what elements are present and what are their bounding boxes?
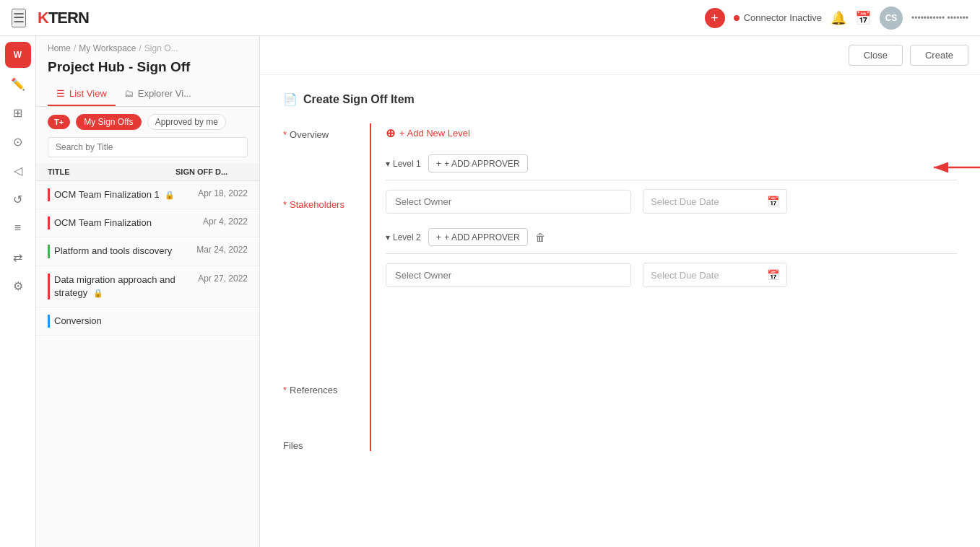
col-date: Sign Off D... <box>175 167 248 176</box>
level-2-date-wrapper[interactable]: Select Due Date 📅 <box>643 263 787 287</box>
form-title: 📄 Create Sign Off Item <box>283 92 957 106</box>
filter-my-signoffs[interactable]: My Sign Offs <box>76 114 141 130</box>
user-name: ••••••••••• ••••••• <box>911 13 968 23</box>
lock-icon: 🔒 <box>165 190 175 201</box>
filter-t-plus[interactable]: T+ <box>48 115 70 129</box>
trash-icon: 🗑 <box>535 232 545 243</box>
item-title: OCM Team Finalization 1 🔒 <box>48 188 175 201</box>
lock-icon: 🔒 <box>93 288 103 299</box>
level-2-title: Level 2 <box>393 232 421 242</box>
add-button[interactable]: + <box>705 8 725 28</box>
sidebar-item-exchange[interactable]: ⇄ <box>5 244 31 270</box>
plus-icon: + <box>436 158 442 169</box>
connector-status: Connector Inactive <box>734 12 822 23</box>
breadcrumb-current: Sign O... <box>144 43 178 53</box>
item-date: Apr 27, 2022 <box>175 274 248 284</box>
sidebar-item-send[interactable]: ◁ <box>5 157 31 183</box>
form-title-text: Create Sign Off Item <box>303 93 415 106</box>
level-1-title: Level 1 <box>393 159 421 169</box>
col-title: Title <box>48 167 175 176</box>
files-label: Files <box>283 432 370 451</box>
level-2-date-placeholder: Select Due Date <box>651 270 767 281</box>
sidebar-item-list[interactable]: ≡ <box>5 215 31 241</box>
add-approver-label-2: + ADD APPROVER <box>444 232 519 242</box>
tab-explorer-view[interactable]: 🗂 Explorer Vi... <box>116 82 200 106</box>
table-row[interactable]: OCM Team Finalization Apr 4, 2022 <box>36 209 259 237</box>
stakeholders-label: * Stakeholders <box>283 191 370 210</box>
level-2-owner-input[interactable] <box>386 263 631 287</box>
table-row[interactable]: OCM Team Finalization 1 🔒 Apr 18, 2022 <box>36 181 259 209</box>
table-row[interactable]: Conversion <box>36 307 259 336</box>
logo: KTERN <box>38 9 89 27</box>
plus-icon: ⊕ <box>386 126 395 140</box>
level-1-owner-input[interactable] <box>386 190 631 214</box>
level-1-fields: Select Due Date 📅 <box>386 189 957 214</box>
create-button[interactable]: Create <box>910 45 968 66</box>
item-list: OCM Team Finalization 1 🔒 Apr 18, 2022 O… <box>36 181 259 547</box>
bell-icon: 🔔 <box>831 10 846 26</box>
search-input[interactable] <box>48 137 248 157</box>
calendar-icon: 📅 <box>767 269 779 281</box>
form-fields: ⊕ + Add New Level ▾ Level 1 + + <box>370 123 957 451</box>
breadcrumb-workspace[interactable]: My Workspace <box>79 43 136 53</box>
plus-icon: + <box>436 232 442 242</box>
breadcrumb: Home / My Workspace / Sign O... <box>36 36 259 56</box>
level-2-section: ▾ Level 2 + + ADD APPROVER 🗑 <box>386 228 957 287</box>
calendar-icon: 📅 <box>855 10 871 26</box>
level-2-toggle[interactable]: ▾ Level 2 <box>386 232 421 242</box>
search-bar <box>36 137 259 163</box>
table-row[interactable]: Data migration approach and strategy 🔒 A… <box>36 266 259 307</box>
bell-button[interactable]: 🔔 <box>831 10 846 26</box>
logo-tern: TERN <box>48 9 89 27</box>
tabs: ☰ List View 🗂 Explorer Vi... <box>36 82 259 107</box>
item-title: Conversion <box>48 315 175 328</box>
connector-dot-icon <box>734 15 740 21</box>
form-body: * Overview * Stakeholders * References F… <box>283 123 957 451</box>
level-2-delete-button[interactable]: 🗑 <box>535 232 545 243</box>
level-2-fields: Select Due Date 📅 <box>386 263 957 287</box>
right-panel: Close Create 📄 Create Sign Off Item * Ov… <box>260 36 980 547</box>
explorer-view-icon: 🗂 <box>124 88 134 99</box>
sidebar-item-target[interactable]: ⊙ <box>5 128 31 154</box>
table-header: Title Sign Off D... <box>36 163 259 181</box>
sidebar-item-edit[interactable]: ✏️ <box>5 71 31 97</box>
level-1-toggle[interactable]: ▾ Level 1 <box>386 159 421 169</box>
references-label: * References <box>283 376 370 395</box>
item-date: Apr 4, 2022 <box>175 216 248 227</box>
sidebar-icons: W ✏️ ⊞ ⊙ ◁ ↺ ≡ ⇄ ⚙ <box>0 36 36 547</box>
chevron-down-icon: ▾ <box>386 232 390 242</box>
tab-list-view[interactable]: ☰ List View <box>48 82 116 106</box>
form-area: 📄 Create Sign Off Item * Overview * Stak… <box>260 75 980 547</box>
sidebar-item-refresh[interactable]: ↺ <box>5 186 31 212</box>
level-1-date-wrapper[interactable]: Select Due Date 📅 <box>643 189 787 214</box>
sidebar-item-grid[interactable]: ⊞ <box>5 100 31 126</box>
item-title: Platform and tools discovery <box>48 245 175 258</box>
add-new-level-button[interactable]: ⊕ + Add New Level <box>386 123 470 143</box>
list-view-icon: ☰ <box>56 88 65 99</box>
arrow-annotation <box>928 157 980 178</box>
sidebar-item-workspace[interactable]: W <box>5 42 31 68</box>
navbar-right: + Connector Inactive 🔔 📅 CS ••••••••••• … <box>705 6 968 30</box>
level-1-header: ▾ Level 1 + + ADD APPROVER <box>386 154 957 180</box>
level-2-add-approver-button[interactable]: + + ADD APPROVER <box>428 228 528 246</box>
form-labels: * Overview * Stakeholders * References F… <box>283 123 370 451</box>
overview-label: * Overview <box>283 123 370 140</box>
filter-bar: T+ My Sign Offs Approved by me <box>36 107 259 137</box>
navbar: ☰ KTERN + Connector Inactive 🔔 📅 CS ••••… <box>0 0 980 36</box>
dialog-header: Close Create <box>260 36 980 75</box>
add-approver-label: + ADD APPROVER <box>444 159 519 169</box>
calendar-icon: 📅 <box>767 196 779 207</box>
level-1-add-approver-button[interactable]: + + ADD APPROVER <box>428 154 528 172</box>
table-row[interactable]: Platform and tools discovery Mar 24, 202… <box>36 237 259 266</box>
close-button[interactable]: Close <box>849 45 903 66</box>
calendar-button[interactable]: 📅 <box>855 10 871 26</box>
level-1-date-placeholder: Select Due Date <box>651 196 767 207</box>
sidebar-item-settings[interactable]: ⚙ <box>5 273 31 299</box>
breadcrumb-home[interactable]: Home <box>48 43 71 53</box>
form-title-icon: 📄 <box>283 92 298 106</box>
tab-list-label: List View <box>69 88 107 99</box>
level-2-header: ▾ Level 2 + + ADD APPROVER 🗑 <box>386 228 957 254</box>
chevron-down-icon: ▾ <box>386 159 390 169</box>
hamburger-icon[interactable]: ☰ <box>12 9 26 27</box>
filter-approved-by-me[interactable]: Approved by me <box>147 114 226 130</box>
